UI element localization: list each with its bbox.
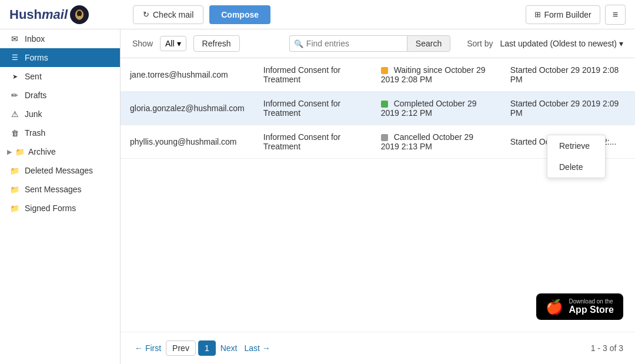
form-cell: Informed Consent for Treatment <box>254 58 372 92</box>
folder-icon: 📁 <box>9 204 20 213</box>
trash-icon: 🗑 <box>9 129 20 138</box>
sidebar-item-label: Sent Messages <box>25 185 82 194</box>
search-button[interactable]: Search <box>407 35 450 52</box>
chevron-down-icon: ▾ <box>177 39 181 48</box>
first-label: ← First <box>135 343 161 353</box>
sidebar-item-label: Deleted Messages <box>25 166 93 175</box>
next-label: Next <box>220 343 238 353</box>
check-mail-label: Check mail <box>153 10 193 19</box>
first-page-button[interactable]: ← First <box>132 341 163 355</box>
appstore-small-text: Download on the <box>569 298 614 305</box>
sidebar-item-label: Trash <box>25 128 45 138</box>
check-mail-button[interactable]: ↻ Check mail <box>133 5 203 24</box>
archive-icon: 📁 <box>15 148 25 156</box>
sidebar-item-deleted-messages[interactable]: 📁 Deleted Messages <box>0 161 120 180</box>
status-badge <box>381 101 388 108</box>
form-builder-button[interactable]: ⊞ Form Builder <box>526 5 600 24</box>
email-cell: gloria.gonzalez@hushmail.com <box>121 92 254 125</box>
retrieve-label: Retrieve <box>559 141 590 151</box>
page-info: 1 - 3 of 3 <box>591 343 623 353</box>
email-cell: phyllis.young@hushmail.com <box>121 125 254 159</box>
sidebar-item-label: Junk <box>25 109 42 119</box>
table-area: jane.torres@hushmail.com Informed Consen… <box>121 58 635 332</box>
sidebar-item-trash[interactable]: 🗑 Trash <box>0 123 120 142</box>
sortby-value: Last updated (Oldest to newest) <box>500 39 617 48</box>
form-cell: Informed Consent for Treatment <box>254 125 372 159</box>
compose-button[interactable]: Compose <box>209 5 270 24</box>
sidebar-item-label: Sent <box>25 72 42 81</box>
sidebar-item-sent[interactable]: ➤ Sent <box>0 67 120 86</box>
sidebar: ✉ Inbox ☰ Forms ➤ Sent ✏ Drafts ⚠ Junk 🗑… <box>0 29 121 364</box>
toolbar: Show All ▾ Refresh 🔍 Search Sort by Last… <box>121 29 635 58</box>
sidebar-item-forms[interactable]: ☰ Forms <box>0 48 120 67</box>
refresh-label: Refresh <box>202 39 231 48</box>
folder-icon: 📁 <box>9 166 20 175</box>
action-cell: ··· <box>630 92 635 125</box>
status-cell: Completed October 29 2019 2:12 PM <box>372 92 501 125</box>
menu-button[interactable]: ≡ <box>605 5 626 25</box>
sidebar-item-label: Inbox <box>25 34 45 44</box>
forms-icon: ☰ <box>9 54 20 62</box>
inbox-icon: ✉ <box>9 34 20 44</box>
compose-label: Compose <box>221 10 259 19</box>
status-text: Cancelled October 29 2019 2:13 PM <box>381 132 473 151</box>
hamburger-icon: ≡ <box>613 9 618 19</box>
last-label: Last → <box>245 343 270 353</box>
pagination: ← First Prev 1 Next Last → 1 - 3 of 3 <box>121 332 635 364</box>
logo-text: Hushmail <box>9 7 68 22</box>
sortby-label: Sort by <box>467 39 493 48</box>
search-input[interactable] <box>289 35 407 52</box>
sidebar-item-drafts[interactable]: ✏ Drafts <box>0 86 120 105</box>
sidebar-item-inbox[interactable]: ✉ Inbox <box>0 29 120 48</box>
sidebar-item-sent-messages[interactable]: 📁 Sent Messages <box>0 180 120 199</box>
topbar-actions: ↻ Check mail Compose <box>133 5 526 24</box>
last-page-button[interactable]: Last → <box>242 341 273 355</box>
action-cell: ··· <box>630 125 635 159</box>
logo-icon <box>70 5 89 24</box>
page-number: 1 <box>205 343 209 353</box>
status-badge <box>381 134 388 141</box>
topbar: Hushmail ↻ Check mail Compose ⊞ Form Bui… <box>0 0 635 29</box>
sidebar-item-junk[interactable]: ⚠ Junk <box>0 105 120 123</box>
action-cell: ··· <box>630 58 635 92</box>
form-icon: ⊞ <box>534 10 541 19</box>
appstore-badge[interactable]: 🍎 Download on the App Store <box>536 293 623 320</box>
chevron-down-icon: ▾ <box>619 39 623 48</box>
form-cell: Informed Consent for Treatment <box>254 92 372 125</box>
main-content: Show All ▾ Refresh 🔍 Search Sort by Last… <box>121 29 635 364</box>
sidebar-item-signed-forms[interactable]: 📁 Signed Forms <box>0 199 120 218</box>
table-row: gloria.gonzalez@hushmail.com Informed Co… <box>121 92 635 125</box>
status-badge <box>381 67 388 74</box>
delete-menu-item[interactable]: Delete <box>547 156 605 178</box>
delete-label: Delete <box>559 162 583 172</box>
svg-rect-2 <box>78 15 80 18</box>
table-row: jane.torres@hushmail.com Informed Consen… <box>121 58 635 92</box>
show-dropdown[interactable]: All ▾ <box>160 36 186 51</box>
next-page-button[interactable]: Next <box>218 341 240 355</box>
page-1-button[interactable]: 1 <box>198 340 216 356</box>
show-value: All <box>165 39 175 48</box>
sidebar-item-label: Drafts <box>25 91 46 100</box>
appstore-big-text: App Store <box>569 305 614 315</box>
sidebar-item-archive[interactable]: ▶ 📁 Archive <box>0 142 120 161</box>
sidebar-item-label: Forms <box>25 53 48 62</box>
date-cell: Started October 29 2019 2:08 PM <box>501 58 630 92</box>
layout: ✉ Inbox ☰ Forms ➤ Sent ✏ Drafts ⚠ Junk 🗑… <box>0 29 635 364</box>
folder-icon: 📁 <box>9 185 20 194</box>
sidebar-item-label: Signed Forms <box>25 203 76 213</box>
apple-icon: 🍎 <box>546 299 563 315</box>
context-menu: Retrieve Delete <box>547 135 606 178</box>
date-cell: Started October 29 2019 2:09 PM <box>501 92 630 125</box>
refresh-button[interactable]: Refresh <box>193 35 240 52</box>
chevron-right-icon: ▶ <box>7 148 12 156</box>
sidebar-item-label: Archive <box>28 147 56 156</box>
drafts-icon: ✏ <box>9 91 20 100</box>
prev-page-button[interactable]: Prev <box>166 340 196 356</box>
search-area: 🔍 Search <box>289 35 450 52</box>
refresh-small-icon: ↻ <box>143 10 149 19</box>
status-cell: Waiting since October 29 2019 2:08 PM <box>372 58 501 92</box>
retrieve-menu-item[interactable]: Retrieve <box>547 135 605 156</box>
junk-icon: ⚠ <box>9 109 20 119</box>
sortby-dropdown[interactable]: Last updated (Oldest to newest) ▾ <box>500 39 623 48</box>
appstore-text: Download on the App Store <box>569 298 614 315</box>
